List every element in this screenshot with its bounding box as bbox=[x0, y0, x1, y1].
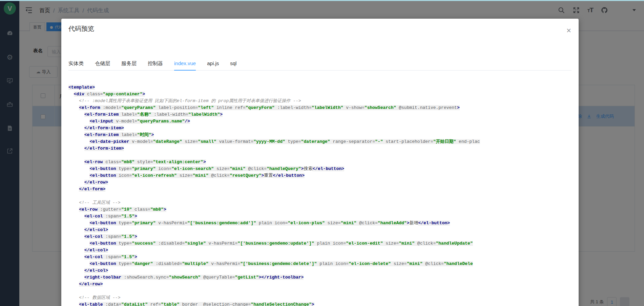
code-line: </el-form-item> bbox=[68, 125, 573, 132]
code-line: <el-input v-model="queryParams.name"/> bbox=[68, 118, 573, 125]
tab-sql[interactable]: sql bbox=[230, 57, 236, 70]
code-line: <el-form-item label="时间"> bbox=[68, 132, 573, 138]
code-line: <!-- :model属性用于表单验证使用 比如下面的el-form-item … bbox=[68, 98, 573, 104]
code-line: <el-date-picker v-model="dateRange" size… bbox=[68, 138, 573, 145]
code-line: <!-- 数据区域 --> bbox=[68, 294, 573, 301]
tab-entity[interactable]: 实体类 bbox=[68, 57, 84, 70]
code-block: <template> <div class="app-container"> <… bbox=[68, 84, 573, 306]
code-line: <el-col :span="1.5"> bbox=[68, 254, 573, 261]
code-line: <el-table :data="dataList" ref="table" b… bbox=[68, 301, 573, 306]
tab-repository[interactable]: 仓储层 bbox=[95, 57, 110, 70]
code-line: <el-col :span="1.5"> bbox=[68, 233, 573, 240]
code-line: <el-button type="primary" icon="el-icon-… bbox=[68, 166, 573, 172]
tab-index-vue[interactable]: index.vue bbox=[174, 57, 196, 70]
code-tabs: 实体类 仓储层 服务层 控制器 index.vue api.js sql bbox=[68, 57, 572, 71]
code-line: <el-button type="success" :disabled="sin… bbox=[68, 240, 573, 247]
code-line: <!-- 工具区域 --> bbox=[68, 199, 573, 206]
code-preview-dialog: 代码预览 × 实体类 仓储层 服务层 控制器 index.vue api.js … bbox=[61, 19, 579, 306]
code-line: <right-toolbar :showSearch.sync="showSea… bbox=[68, 274, 573, 281]
top-progress-strip bbox=[0, 0, 644, 1]
code-line: </el-col> bbox=[68, 247, 573, 254]
code-line: </el-col> bbox=[68, 267, 573, 274]
tab-controller[interactable]: 控制器 bbox=[148, 57, 163, 70]
code-line: </el-form-item> bbox=[68, 145, 573, 152]
code-line: <div class="app-container"> bbox=[68, 91, 573, 98]
code-line: </el-col> bbox=[68, 227, 573, 233]
code-line: <el-row :gutter="10" class="mb8"> bbox=[68, 206, 573, 213]
code-line: <el-col :span="1.5"> bbox=[68, 213, 573, 220]
code-line: <el-row class="mb8" style="text-align:ce… bbox=[68, 159, 573, 166]
code-line: <el-form :model="queryParams" label-posi… bbox=[68, 104, 573, 111]
code-line bbox=[68, 193, 573, 199]
code-line: </el-row> bbox=[68, 281, 573, 288]
code-line: <el-form-item label="名称" :label-width="l… bbox=[68, 111, 573, 118]
close-icon[interactable]: × bbox=[566, 27, 571, 34]
code-line: <el-button icon="el-icon-refresh" size="… bbox=[68, 172, 573, 179]
code-line: <el-button type="danger" :disabled="mult… bbox=[68, 261, 573, 267]
code-line: </el-form> bbox=[68, 186, 573, 193]
code-line: </el-row> bbox=[68, 179, 573, 186]
code-line bbox=[68, 152, 573, 159]
tab-service[interactable]: 服务层 bbox=[121, 57, 137, 70]
app-root: V ⚙ 首页 / 系统工具 / 代码生成 bbox=[0, 0, 644, 306]
code-line bbox=[68, 288, 573, 294]
code-line: <template> bbox=[68, 84, 573, 91]
tab-api-js[interactable]: api.js bbox=[207, 57, 219, 70]
dialog-title: 代码预览 bbox=[68, 24, 94, 33]
code-line: <el-button type="primary" v-hasPermi="['… bbox=[68, 220, 573, 227]
